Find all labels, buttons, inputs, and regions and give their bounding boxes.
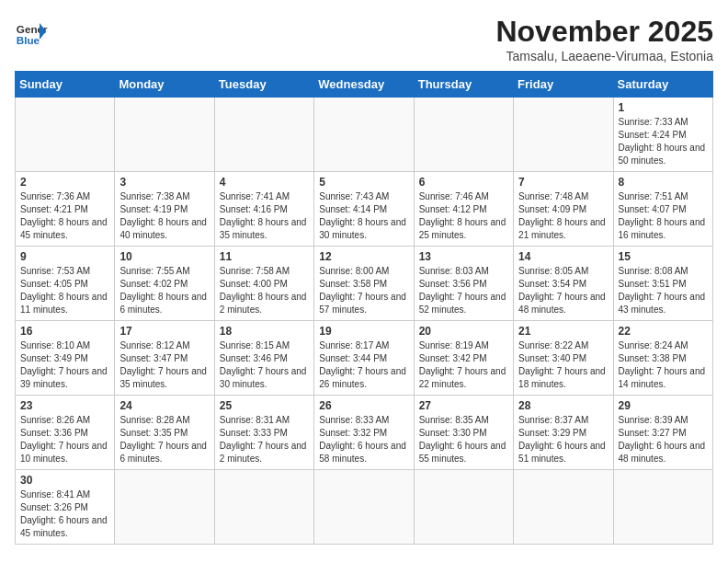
day-info: Sunrise: 8:03 AMSunset: 3:56 PMDaylight:… bbox=[419, 265, 508, 316]
day-info: Sunrise: 8:37 AMSunset: 3:29 PMDaylight:… bbox=[518, 414, 608, 465]
calendar-cell bbox=[314, 470, 414, 545]
day-info: Sunrise: 7:36 AMSunset: 4:21 PMDaylight:… bbox=[20, 190, 109, 242]
week-row-6: 30Sunrise: 8:41 AMSunset: 3:26 PMDayligh… bbox=[16, 470, 713, 545]
calendar-cell: 3Sunrise: 7:38 AMSunset: 4:19 PMDaylight… bbox=[115, 172, 214, 247]
calendar-cell: 12Sunrise: 8:00 AMSunset: 3:58 PMDayligh… bbox=[314, 247, 414, 321]
calendar-subtitle: Tamsalu, Laeaene-Virumaa, Estonia bbox=[495, 49, 713, 63]
calendar-cell: 25Sunrise: 8:31 AMSunset: 3:33 PMDayligh… bbox=[214, 396, 313, 470]
day-info: Sunrise: 8:10 AMSunset: 3:49 PMDaylight:… bbox=[20, 339, 109, 391]
week-row-2: 2Sunrise: 7:36 AMSunset: 4:21 PMDaylight… bbox=[16, 172, 713, 247]
day-number: 12 bbox=[319, 250, 408, 263]
calendar-cell bbox=[514, 98, 613, 172]
calendar-cell: 20Sunrise: 8:19 AMSunset: 3:42 PMDayligh… bbox=[414, 321, 513, 396]
calendar-cell: 9Sunrise: 7:53 AMSunset: 4:05 PMDaylight… bbox=[16, 247, 115, 321]
calendar-cell: 10Sunrise: 7:55 AMSunset: 4:02 PMDayligh… bbox=[115, 247, 214, 321]
day-info: Sunrise: 8:26 AMSunset: 3:36 PMDaylight:… bbox=[20, 414, 109, 465]
calendar-cell: 18Sunrise: 8:15 AMSunset: 3:46 PMDayligh… bbox=[214, 321, 313, 396]
day-number: 15 bbox=[619, 250, 708, 263]
day-info: Sunrise: 8:41 AMSunset: 3:26 PMDaylight:… bbox=[20, 488, 109, 540]
header: General Blue November 2025 Tamsalu, Laea… bbox=[15, 15, 713, 63]
day-info: Sunrise: 7:41 AMSunset: 4:16 PMDaylight:… bbox=[220, 190, 309, 242]
day-info: Sunrise: 8:00 AMSunset: 3:58 PMDaylight:… bbox=[319, 265, 408, 316]
calendar-cell: 24Sunrise: 8:28 AMSunset: 3:35 PMDayligh… bbox=[115, 396, 214, 470]
weekday-header-thursday: Thursday bbox=[414, 72, 513, 98]
calendar-cell bbox=[613, 470, 712, 545]
day-info: Sunrise: 7:53 AMSunset: 4:05 PMDaylight:… bbox=[20, 265, 109, 316]
day-number: 10 bbox=[119, 250, 209, 263]
day-info: Sunrise: 8:15 AMSunset: 3:46 PMDaylight:… bbox=[220, 339, 309, 391]
calendar-cell: 5Sunrise: 7:43 AMSunset: 4:14 PMDaylight… bbox=[314, 172, 414, 247]
calendar-cell: 16Sunrise: 8:10 AMSunset: 3:49 PMDayligh… bbox=[16, 321, 115, 396]
weekday-header-saturday: Saturday bbox=[613, 72, 712, 98]
calendar-cell bbox=[414, 470, 513, 545]
calendar-cell bbox=[16, 98, 115, 172]
week-row-3: 9Sunrise: 7:53 AMSunset: 4:05 PMDaylight… bbox=[16, 247, 713, 321]
day-info: Sunrise: 8:24 AMSunset: 3:38 PMDaylight:… bbox=[619, 339, 708, 391]
calendar-cell: 22Sunrise: 8:24 AMSunset: 3:38 PMDayligh… bbox=[613, 321, 712, 396]
calendar-cell bbox=[314, 98, 414, 172]
day-number: 17 bbox=[119, 325, 209, 338]
svg-text:Blue: Blue bbox=[17, 34, 40, 46]
day-number: 19 bbox=[319, 325, 408, 338]
calendar-cell: 4Sunrise: 7:41 AMSunset: 4:16 PMDaylight… bbox=[214, 172, 313, 247]
day-number: 16 bbox=[20, 325, 109, 338]
day-number: 7 bbox=[518, 176, 608, 189]
day-info: Sunrise: 8:39 AMSunset: 3:27 PMDaylight:… bbox=[619, 414, 708, 465]
day-number: 27 bbox=[419, 399, 508, 412]
calendar-cell: 13Sunrise: 8:03 AMSunset: 3:56 PMDayligh… bbox=[414, 247, 513, 321]
day-info: Sunrise: 7:58 AMSunset: 4:00 PMDaylight:… bbox=[220, 265, 309, 316]
day-number: 26 bbox=[319, 399, 408, 412]
calendar-cell: 19Sunrise: 8:17 AMSunset: 3:44 PMDayligh… bbox=[314, 321, 414, 396]
weekday-header-tuesday: Tuesday bbox=[214, 72, 313, 98]
day-info: Sunrise: 8:33 AMSunset: 3:32 PMDaylight:… bbox=[319, 414, 408, 465]
day-info: Sunrise: 7:46 AMSunset: 4:12 PMDaylight:… bbox=[419, 190, 508, 242]
calendar-cell: 1Sunrise: 7:33 AMSunset: 4:24 PMDaylight… bbox=[613, 98, 712, 172]
calendar-cell bbox=[115, 470, 214, 545]
day-info: Sunrise: 8:05 AMSunset: 3:54 PMDaylight:… bbox=[518, 265, 608, 316]
day-number: 30 bbox=[20, 474, 109, 487]
weekday-header-monday: Monday bbox=[115, 72, 214, 98]
calendar-cell: 15Sunrise: 8:08 AMSunset: 3:51 PMDayligh… bbox=[613, 247, 712, 321]
calendar-cell: 30Sunrise: 8:41 AMSunset: 3:26 PMDayligh… bbox=[16, 470, 115, 545]
calendar-cell: 2Sunrise: 7:36 AMSunset: 4:21 PMDaylight… bbox=[16, 172, 115, 247]
calendar-title: November 2025 bbox=[495, 15, 713, 49]
day-number: 24 bbox=[119, 399, 209, 412]
day-info: Sunrise: 8:19 AMSunset: 3:42 PMDaylight:… bbox=[419, 339, 508, 391]
week-row-5: 23Sunrise: 8:26 AMSunset: 3:36 PMDayligh… bbox=[16, 396, 713, 470]
day-info: Sunrise: 8:22 AMSunset: 3:40 PMDaylight:… bbox=[518, 339, 608, 391]
week-row-1: 1Sunrise: 7:33 AMSunset: 4:24 PMDaylight… bbox=[16, 98, 713, 172]
day-number: 4 bbox=[220, 176, 309, 189]
calendar-cell: 27Sunrise: 8:35 AMSunset: 3:30 PMDayligh… bbox=[414, 396, 513, 470]
day-info: Sunrise: 7:48 AMSunset: 4:09 PMDaylight:… bbox=[518, 190, 608, 242]
calendar-table: SundayMondayTuesdayWednesdayThursdayFrid… bbox=[15, 71, 713, 545]
calendar-cell: 26Sunrise: 8:33 AMSunset: 3:32 PMDayligh… bbox=[314, 396, 414, 470]
day-number: 29 bbox=[619, 399, 708, 412]
calendar-cell: 6Sunrise: 7:46 AMSunset: 4:12 PMDaylight… bbox=[414, 172, 513, 247]
day-number: 6 bbox=[419, 176, 508, 189]
day-number: 1 bbox=[619, 101, 708, 114]
day-number: 5 bbox=[319, 176, 408, 189]
weekday-header-wednesday: Wednesday bbox=[314, 72, 414, 98]
day-info: Sunrise: 8:35 AMSunset: 3:30 PMDaylight:… bbox=[419, 414, 508, 465]
day-number: 22 bbox=[619, 325, 708, 338]
calendar-cell: 7Sunrise: 7:48 AMSunset: 4:09 PMDaylight… bbox=[514, 172, 613, 247]
calendar-cell bbox=[414, 98, 513, 172]
day-info: Sunrise: 8:28 AMSunset: 3:35 PMDaylight:… bbox=[119, 414, 209, 465]
day-number: 9 bbox=[20, 250, 109, 263]
day-number: 11 bbox=[220, 250, 309, 263]
weekday-header-friday: Friday bbox=[514, 72, 613, 98]
day-number: 3 bbox=[119, 176, 209, 189]
calendar-cell: 28Sunrise: 8:37 AMSunset: 3:29 PMDayligh… bbox=[514, 396, 613, 470]
day-info: Sunrise: 8:17 AMSunset: 3:44 PMDaylight:… bbox=[319, 339, 408, 391]
day-number: 18 bbox=[220, 325, 309, 338]
day-info: Sunrise: 7:51 AMSunset: 4:07 PMDaylight:… bbox=[619, 190, 708, 242]
calendar-cell bbox=[214, 98, 313, 172]
day-number: 14 bbox=[518, 250, 608, 263]
weekday-header-sunday: Sunday bbox=[16, 72, 115, 98]
day-info: Sunrise: 7:55 AMSunset: 4:02 PMDaylight:… bbox=[119, 265, 209, 316]
logo: General Blue bbox=[15, 15, 48, 48]
calendar-cell bbox=[214, 470, 313, 545]
day-number: 25 bbox=[220, 399, 309, 412]
day-number: 20 bbox=[419, 325, 508, 338]
day-number: 21 bbox=[518, 325, 608, 338]
